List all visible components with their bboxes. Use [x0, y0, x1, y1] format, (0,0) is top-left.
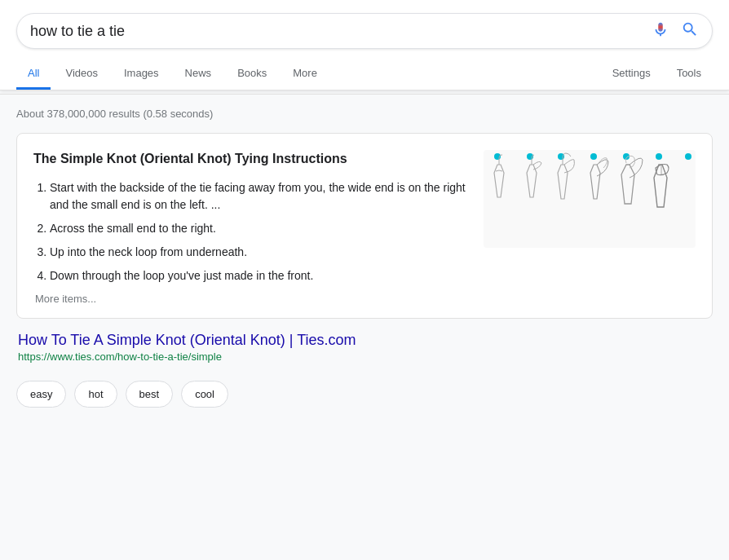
snippet-card: The Simple Knot (Oriental Knot) Tying In…: [16, 133, 713, 319]
tab-all[interactable]: All: [16, 59, 51, 90]
result-url: https://www.ties.com/how-to-tie-a-tie/si…: [18, 351, 711, 363]
tab-videos[interactable]: Videos: [54, 59, 109, 90]
more-items[interactable]: More items...: [35, 293, 467, 305]
search-bar-container: All Videos Images News Books More Settin…: [0, 0, 729, 90]
tab-more[interactable]: More: [281, 59, 329, 90]
svg-point-5: [656, 153, 662, 160]
tab-news[interactable]: News: [174, 59, 223, 90]
nav-tabs: All Videos Images News Books More Settin…: [16, 59, 713, 90]
snippet-title: The Simple Knot (Oriental Knot) Tying In…: [33, 150, 467, 168]
result-stats: About 378,000,000 results (0.58 seconds): [16, 108, 713, 120]
svg-point-6: [685, 153, 691, 160]
chip-hot[interactable]: hot: [74, 381, 117, 408]
tab-settings[interactable]: Settings: [601, 59, 662, 90]
mic-icon[interactable]: [652, 20, 669, 42]
svg-point-1: [527, 153, 533, 160]
result-link: How To Tie A Simple Knot (Oriental Knot)…: [16, 329, 713, 366]
chip-cool[interactable]: cool: [181, 381, 228, 408]
svg-point-3: [590, 153, 597, 160]
snippet-image: [484, 150, 696, 305]
search-submit-icon[interactable]: [681, 20, 699, 42]
tab-books[interactable]: Books: [226, 59, 278, 90]
list-item: Across the small end to the right.: [50, 220, 467, 237]
nav-right: Settings Tools: [601, 59, 713, 90]
tab-images[interactable]: Images: [113, 59, 170, 90]
chips-row: easy hot best cool: [16, 381, 713, 408]
tab-tools[interactable]: Tools: [665, 59, 713, 90]
result-title-link[interactable]: How To Tie A Simple Knot (Oriental Knot)…: [18, 332, 711, 349]
search-input-row: [16, 13, 713, 49]
search-input[interactable]: [30, 23, 652, 40]
chip-best[interactable]: best: [126, 381, 174, 408]
list-item: Up into the neck loop from underneath.: [50, 244, 467, 261]
svg-point-0: [494, 153, 501, 160]
chip-easy[interactable]: easy: [16, 381, 66, 408]
search-icons: [652, 20, 699, 42]
main-content: About 378,000,000 results (0.58 seconds)…: [0, 95, 729, 560]
list-item: Down through the loop you've just made i…: [50, 267, 467, 284]
snippet-text: The Simple Knot (Oriental Knot) Tying In…: [33, 150, 467, 305]
snippet-list: Start with the backside of the tie facin…: [33, 179, 467, 284]
list-item: Start with the backside of the tie facin…: [50, 179, 467, 214]
